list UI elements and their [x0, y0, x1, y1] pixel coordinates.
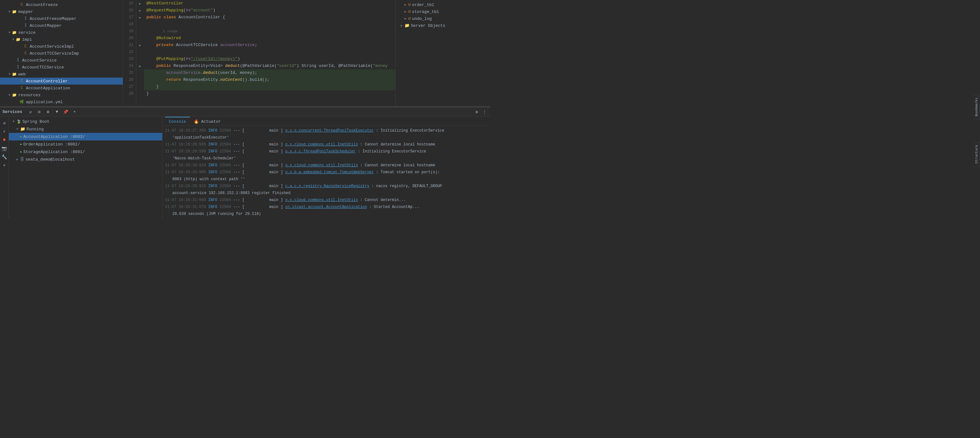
tree-item-account-freeze[interactable]: C AccountFreeze — [0, 1, 123, 8]
main-container: C AccountFreeze ▼ 📁 mapper I AccountFree… — [0, 0, 490, 219]
service-item-order-app[interactable]: ▶ OrderApplication :8082/ — [9, 140, 162, 148]
log-pid: 22504 — [220, 170, 231, 175]
tab-actuator[interactable]: 🔥 Actuator — [190, 117, 225, 126]
tree-item-account-controller[interactable]: C AccountController — [0, 78, 123, 84]
log-level: INFO — [208, 163, 217, 167]
run-gutter-icon[interactable]: ▶ — [139, 2, 142, 6]
right-tree-order-tbl[interactable]: ▶ ⊟ order_tbl — [396, 1, 490, 8]
tab-console[interactable]: Console — [165, 117, 190, 126]
gutter-row — [136, 76, 144, 83]
right-tree-server-objects[interactable]: ▶ 📁 Server Objects — [396, 22, 490, 29]
code-line-18 — [144, 21, 395, 28]
sidebar-run-btn[interactable]: ⚡ — [1, 127, 8, 135]
service-item-seata-demo[interactable]: ▶ 🗄 seata_demo@localhost — [9, 156, 162, 163]
line-number: 26 — [124, 76, 134, 83]
log-thread-name: main — [247, 197, 278, 204]
console-output[interactable]: 11-07 10:28:27:366 INFO 22504 --- [ main… — [162, 126, 490, 219]
tree-item-application-yml[interactable]: 🌿 application.yml — [0, 99, 123, 105]
tree-item-service[interactable]: ▼ 📁 service — [0, 29, 123, 36]
tree-label: AccountMapper — [30, 23, 62, 28]
collapse-all-button[interactable]: ⊟ — [36, 109, 42, 115]
sidebar-refresh-btn[interactable]: ↺ — [1, 119, 8, 127]
log-message: : Started AccountAp... — [369, 205, 419, 209]
right-tree-undo-log[interactable]: ▶ ⊟ undo_log — [396, 15, 490, 22]
tab-actuator-label: 🔥 Actuator — [194, 119, 221, 124]
run-gutter-icon[interactable]: ▶ — [139, 43, 142, 47]
expand-all-button[interactable]: ⊞ — [45, 109, 51, 115]
tree-label: AccountService — [22, 58, 56, 63]
right-panel: ▶ ⊟ order_tbl ▶ ⊟ storage_tbl ▶ ⊟ undo_l… — [395, 0, 490, 106]
service-item-running[interactable]: ▼ 📁 Running — [9, 125, 162, 133]
log-timestamp: 11-07 10:28:31:069 — [165, 198, 206, 202]
pin-button[interactable]: 📌 — [62, 109, 69, 115]
log-thread-name: main — [247, 204, 278, 210]
more-options-button[interactable]: ⋮ — [481, 109, 487, 115]
sidebar-settings-btn[interactable]: 🔧 — [1, 153, 8, 161]
log-line: 11-07 10:28:31:076 INFO 22504 --- [ main… — [165, 204, 487, 210]
settings-button[interactable]: ⚙ — [474, 109, 480, 115]
chevron-down-icon: ▼ — [8, 73, 11, 76]
run-gutter-icon[interactable]: ▶ — [139, 8, 142, 13]
log-logger: o.s.s.c.ThreadPoolTaskScheduler — [285, 149, 356, 154]
log-thread-name: main — [247, 127, 278, 134]
run-gutter-icon[interactable]: ▶ — [139, 64, 142, 68]
sidebar-camera-btn[interactable]: 📷 — [1, 145, 8, 152]
service-item-account-app[interactable]: ▶ AccountApplication :8083/ — [9, 133, 162, 140]
line-number: 28 — [124, 90, 134, 97]
code-line-16: @RequestMapping(⊙∨"account") — [144, 7, 395, 14]
code-line-15: @RestController — [144, 0, 395, 7]
line-number: 21 — [124, 41, 134, 49]
tree-item-account-service[interactable]: I AccountService — [0, 57, 123, 64]
line-number: 25 — [124, 69, 134, 76]
log-thread-name: main — [247, 183, 278, 190]
folder-icon: 📁 — [11, 10, 17, 14]
tree-item-account-application[interactable]: C AccountApplication — [0, 84, 123, 91]
log-pid: 22504 — [220, 163, 231, 167]
service-item-spring-boot[interactable]: ▼ 🍃 Spring Boot — [9, 118, 162, 125]
tree-item-tcc-service[interactable]: I AccountTCCService — [0, 64, 123, 71]
code-line-24: public ResponseEntity<Void> deduct(@Path… — [144, 62, 395, 69]
refresh-button[interactable]: ↺ — [27, 109, 33, 115]
log-line-indent: 28.639 seconds (JVM running for 29.118) — [165, 210, 487, 217]
folder-icon: 📁 — [11, 30, 17, 35]
log-logger: o.s.b.w.embedded.tomcat.TomcatWebServer — [285, 170, 374, 175]
log-message-indent: 'Nacos-Watch-Task-Scheduler' — [172, 156, 236, 161]
tree-item-account-mapper[interactable]: I AccountMapper — [0, 22, 123, 29]
run-gutter-icon[interactable]: ▶ — [139, 16, 142, 19]
service-item-storage-app[interactable]: ▶ StorageApplication :8081/ — [9, 148, 162, 156]
service-label: Spring Boot — [22, 119, 49, 124]
log-message-indent: 'applicationTaskExecutor' — [172, 135, 229, 140]
log-message-indent: 8083 (http) with context path '' — [172, 177, 245, 182]
code-content[interactable]: @RestController @RequestMapping(⊙∨"accou… — [144, 0, 395, 106]
right-tree-label: storage_tbl — [412, 10, 439, 14]
tree-item-tcc-service-impl[interactable]: C AccountTCCServiceImp — [0, 50, 123, 57]
tree-item-resources[interactable]: ▼ 📁 resources — [0, 91, 123, 99]
tree-item-service-impl[interactable]: C AccountServiceImpl — [0, 43, 123, 50]
add-service-button[interactable]: + — [71, 109, 78, 115]
sidebar-stop-btn[interactable]: ■ — [1, 136, 8, 143]
log-message2: : Cannot determine local hostname — [360, 142, 436, 147]
log-timestamp: 11-07 10:28:29:819 — [165, 163, 206, 167]
right-tree-storage-tbl[interactable]: ▶ ⊟ storage_tbl — [396, 8, 490, 15]
yaml-icon: 🌿 — [19, 100, 25, 104]
service-label: StorageApplication :8081/ — [23, 150, 85, 154]
gutter-row — [136, 21, 144, 28]
tree-item-mapper[interactable]: ▼ 📁 mapper — [0, 8, 123, 15]
sidebar-add-btn[interactable]: + — [1, 162, 8, 169]
log-timestamp: 11-07 10:28:27:366 — [165, 129, 206, 133]
code-line-20: @Autowired — [144, 35, 395, 41]
gutter-row: ▶ — [136, 0, 144, 7]
line-number: 16 — [124, 7, 134, 14]
tree-item-freeze-mapper[interactable]: I AccountFreezeMapper — [0, 15, 123, 22]
code-line-27: } — [144, 83, 395, 90]
gutter-row — [136, 83, 144, 90]
filter-button[interactable]: ▼ — [54, 109, 60, 115]
log-level: INFO — [208, 142, 217, 147]
services-left-wrapper: ↺ ⚡ ■ 📷 🔧 + ▼ 🍃 Spring Boot — [0, 118, 162, 218]
line-gutter: ▶ ▶ ▶ ▶ ▶ — [136, 0, 144, 106]
file-tree-panel: C AccountFreeze ▼ 📁 mapper I AccountFree… — [0, 0, 123, 106]
tree-item-impl[interactable]: ▼ 📁 impl — [0, 36, 123, 43]
tree-item-web[interactable]: ▼ 📁 web — [0, 71, 123, 78]
chevron-down-icon: ▼ — [8, 31, 11, 34]
right-tree-label: Server Objects — [411, 23, 445, 28]
